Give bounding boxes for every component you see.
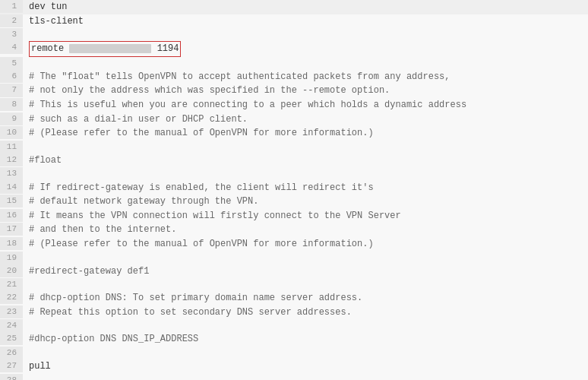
line-text: # and then to the internet. [23, 223, 588, 237]
line-number: 17 [0, 223, 23, 236]
code-line-9: 9# such as a dial-in user or DHCP client… [0, 112, 588, 127]
line-number: 8 [0, 98, 23, 111]
code-line-8: 8# This is useful when you are connectin… [0, 98, 588, 112]
code-line-27: 27pull [0, 359, 588, 374]
code-line-26: 26 [0, 347, 588, 359]
redacted-ip [69, 44, 151, 53]
line-number: 20 [0, 264, 23, 277]
code-editor: 1dev tun2tls-client34remote 119456# The … [0, 0, 588, 380]
code-line-28: 28 [0, 374, 588, 380]
code-line-21: 21 [0, 278, 588, 291]
code-line-18: 18# (Please refer to the manual of OpenV… [0, 237, 588, 252]
line-text: # Repeat this option to set secondary DN… [23, 306, 588, 320]
line-text: dev tun [23, 0, 588, 14]
line-number: 6 [0, 70, 23, 83]
code-line-16: 16# It means the VPN connection will fir… [0, 209, 588, 223]
code-line-11: 11 [0, 141, 588, 154]
line-number: 21 [0, 278, 23, 291]
code-line-17: 17# and then to the internet. [0, 223, 588, 237]
code-line-4: 4remote 1194 [0, 41, 588, 57]
line-number: 22 [0, 291, 23, 304]
code-line-5: 5 [0, 57, 588, 70]
code-line-23: 23# Repeat this option to set secondary … [0, 306, 588, 320]
line-number: 27 [0, 359, 23, 372]
line-text: # It means the VPN connection will first… [23, 209, 588, 223]
line-number: 11 [0, 141, 23, 154]
line-text: pull [23, 359, 588, 374]
code-line-20: 20#redirect-gateway def1 [0, 264, 588, 279]
line-number: 1 [0, 0, 23, 13]
remote-line-highlight: remote 1194 [29, 41, 181, 57]
line-text: remote 1194 [23, 41, 588, 57]
code-line-25: 25#dhcp-option DNS DNS_IP_ADDRESS [0, 332, 588, 347]
line-text: # (Please refer to the manual of OpenVPN… [23, 237, 588, 252]
code-content: 1dev tun2tls-client34remote 119456# The … [0, 0, 588, 380]
code-line-15: 15# default network gateway through the … [0, 195, 588, 209]
line-number: 26 [0, 347, 23, 359]
line-text: # not only the address which was specifi… [23, 84, 588, 98]
line-text: # This is useful when you are connecting… [23, 98, 588, 112]
line-number: 10 [0, 126, 23, 139]
line-text: # If redirect-gateway is enabled, the cl… [23, 181, 588, 195]
code-line-3: 3 [0, 28, 588, 41]
code-line-6: 6# The "float" tells OpenVPN to accept a… [0, 70, 588, 84]
line-text: # The "float" tells OpenVPN to accept au… [23, 70, 588, 84]
code-line-24: 24 [0, 319, 588, 332]
line-number: 18 [0, 237, 23, 250]
code-line-1: 1dev tun [0, 0, 588, 14]
line-number: 7 [0, 84, 23, 97]
code-line-13: 13 [0, 167, 588, 180]
code-line-2: 2tls-client [0, 14, 588, 29]
line-text: #redirect-gateway def1 [23, 264, 588, 279]
code-line-7: 7# not only the address which was specif… [0, 84, 588, 98]
line-number: 15 [0, 195, 23, 207]
line-text: tls-client [23, 14, 588, 29]
line-text: #float [23, 154, 588, 168]
code-line-22: 22# dhcp-option DNS: To set primary doma… [0, 291, 588, 306]
line-number: 23 [0, 306, 23, 318]
line-number: 19 [0, 252, 23, 264]
code-line-19: 19 [0, 252, 588, 264]
line-number: 25 [0, 332, 23, 345]
code-line-14: 14# If redirect-gateway is enabled, the … [0, 181, 588, 195]
line-text: # dhcp-option DNS: To set primary domain… [23, 291, 588, 306]
line-text: # such as a dial-in user or DHCP client. [23, 112, 588, 127]
line-number: 4 [0, 41, 23, 54]
line-number: 14 [0, 181, 23, 194]
line-number: 2 [0, 14, 23, 27]
line-number: 24 [0, 319, 23, 332]
line-number: 12 [0, 154, 23, 166]
code-line-12: 12#float [0, 154, 588, 168]
line-text: # default network gateway through the VP… [23, 195, 588, 209]
line-text: #dhcp-option DNS DNS_IP_ADDRESS [23, 332, 588, 347]
line-number: 13 [0, 167, 23, 180]
line-number: 9 [0, 112, 23, 125]
line-number: 5 [0, 57, 23, 70]
line-text: # (Please refer to the manual of OpenVPN… [23, 126, 588, 141]
line-number: 16 [0, 209, 23, 222]
line-number: 3 [0, 28, 23, 41]
code-line-10: 10# (Please refer to the manual of OpenV… [0, 126, 588, 141]
line-number: 28 [0, 374, 23, 380]
